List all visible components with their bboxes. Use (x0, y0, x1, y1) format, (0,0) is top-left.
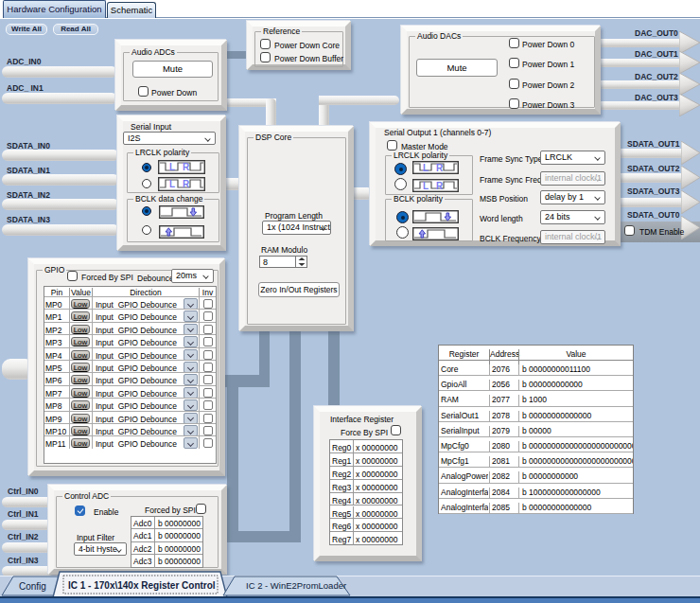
svg-text:R: R (436, 163, 444, 173)
svg-text:Config: Config (19, 581, 46, 592)
svg-text:L: L (169, 162, 175, 172)
svg-text:L: L (423, 181, 429, 191)
svg-text:R: R (436, 181, 444, 191)
svg-text:R: R (183, 162, 190, 172)
svg-text:L: L (423, 163, 429, 173)
svg-text:IC 1 - 170x\140x Register Cont: IC 1 - 170x\140x Register Control (68, 580, 216, 591)
svg-text:L: L (169, 179, 175, 189)
svg-text:IC 2 - WinE2PromLoader: IC 2 - WinE2PromLoader (246, 580, 346, 591)
svg-text:R: R (183, 179, 190, 189)
